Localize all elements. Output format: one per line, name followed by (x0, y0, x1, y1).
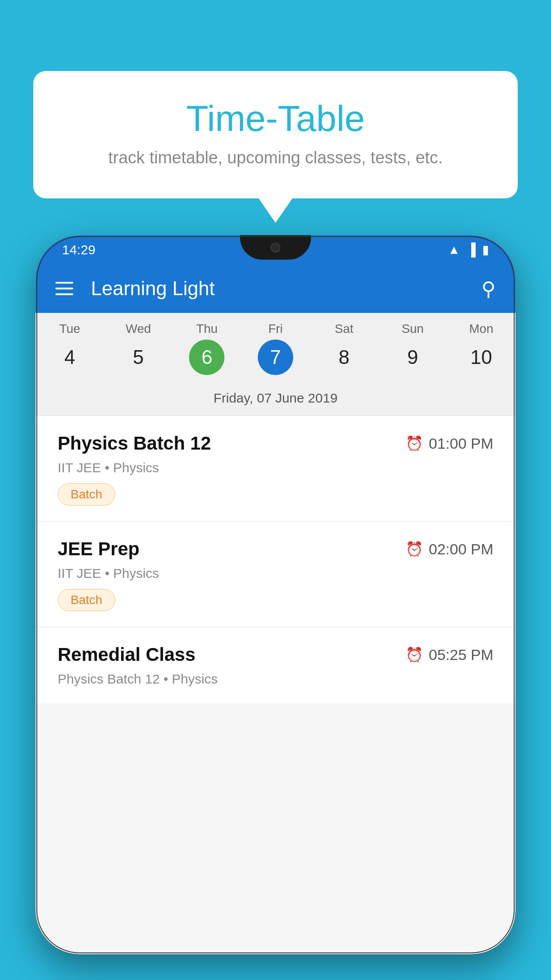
calendar-header: Tue 4 Wed 5 Thu 6 Fri 7 Sat 8 (35, 313, 516, 384)
clock-icon-1: ⏰ (405, 541, 423, 557)
search-icon[interactable]: ⚲ (481, 277, 496, 300)
day-col-0[interactable]: Tue 4 (35, 322, 104, 375)
status-time: 14:29 (62, 242, 95, 257)
day-col-4[interactable]: Sat 8 (310, 322, 378, 375)
day-name-0: Tue (59, 322, 80, 336)
selected-date-label: Friday, 07 June 2019 (213, 391, 338, 405)
phone-frame: 14:29 ▲ ▐ ▮ Learning Light (35, 235, 516, 954)
schedule-item-header-2: Remedial Class ⏰ 05:25 PM (58, 644, 493, 665)
day-num-6: 10 (464, 340, 499, 375)
day-col-1[interactable]: Wed 5 (104, 322, 173, 375)
schedule-time-2: ⏰ 05:25 PM (405, 646, 493, 664)
day-num-3: 7 (258, 340, 293, 375)
clock-icon-2: ⏰ (405, 646, 423, 663)
day-num-2: 6 (189, 340, 224, 375)
batch-badge-1: Batch (58, 589, 115, 611)
phone-container: 14:29 ▲ ▐ ▮ Learning Light (35, 235, 516, 980)
bubble-title: Time-Table (69, 98, 482, 139)
speech-bubble: Time-Table track timetable, upcoming cla… (33, 71, 518, 198)
schedule-subtitle-0: IIT JEE • Physics (58, 460, 493, 475)
wifi-icon: ▲ (448, 243, 460, 257)
schedule-subtitle-1: IIT JEE • Physics (58, 566, 493, 581)
status-icons: ▲ ▐ ▮ (448, 242, 489, 257)
schedule-title-1: JEE Prep (58, 538, 139, 560)
schedule-title-0: Physics Batch 12 (58, 433, 211, 454)
app-title: Learning Light (91, 277, 464, 300)
batch-badge-0: Batch (58, 483, 115, 506)
menu-button[interactable] (55, 282, 73, 295)
phone-screen: 14:29 ▲ ▐ ▮ Learning Light (35, 235, 516, 954)
battery-icon: ▮ (482, 242, 489, 257)
day-num-5: 9 (395, 340, 430, 375)
schedule-item-2[interactable]: Remedial Class ⏰ 05:25 PM Physics Batch … (35, 627, 516, 703)
day-col-6[interactable]: Mon 10 (447, 322, 516, 375)
schedule-item-header-1: JEE Prep ⏰ 02:00 PM (58, 538, 493, 560)
schedule-time-label-0: 01:00 PM (429, 435, 493, 452)
day-num-4: 8 (327, 340, 362, 375)
day-col-5[interactable]: Sun 9 (378, 322, 447, 375)
schedule-title-2: Remedial Class (58, 644, 196, 665)
day-name-1: Wed (126, 322, 151, 336)
day-name-4: Sat (335, 322, 354, 336)
notch (240, 235, 311, 260)
schedule-list: Physics Batch 12 ⏰ 01:00 PM IIT JEE • Ph… (35, 416, 516, 703)
date-label-bar: Friday, 07 June 2019 (35, 384, 516, 416)
schedule-time-label-1: 02:00 PM (429, 541, 493, 558)
schedule-item-1[interactable]: JEE Prep ⏰ 02:00 PM IIT JEE • Physics Ba… (35, 522, 516, 627)
day-name-2: Thu (196, 322, 217, 336)
day-name-5: Sun (401, 322, 424, 336)
day-num-1: 5 (121, 340, 156, 375)
day-col-2[interactable]: Thu 6 (173, 322, 241, 375)
app-bar: Learning Light ⚲ (35, 264, 516, 313)
schedule-item-0[interactable]: Physics Batch 12 ⏰ 01:00 PM IIT JEE • Ph… (35, 416, 516, 522)
schedule-time-0: ⏰ 01:00 PM (405, 435, 493, 452)
schedule-time-label-2: 05:25 PM (429, 646, 493, 664)
bubble-subtitle: track timetable, upcoming classes, tests… (69, 148, 482, 167)
day-num-0: 4 (52, 340, 87, 375)
day-name-3: Fri (268, 322, 283, 336)
day-col-3[interactable]: Fri 7 (241, 322, 310, 375)
status-bar: 14:29 ▲ ▐ ▮ (35, 235, 516, 264)
schedule-subtitle-2: Physics Batch 12 • Physics (58, 672, 493, 687)
camera (271, 243, 280, 253)
schedule-time-1: ⏰ 02:00 PM (405, 541, 493, 558)
signal-icon: ▐ (467, 243, 476, 257)
day-name-6: Mon (469, 322, 493, 336)
schedule-item-header-0: Physics Batch 12 ⏰ 01:00 PM (58, 433, 493, 454)
clock-icon-0: ⏰ (405, 435, 423, 452)
